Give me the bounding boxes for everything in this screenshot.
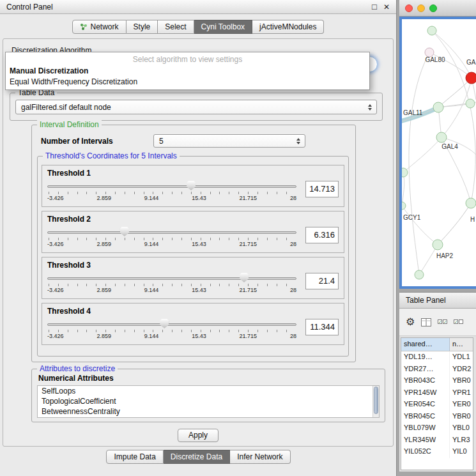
threshold-slider[interactable]: -3.4262.8599.14415.4321.71528 — [47, 226, 296, 250]
cell-name: YER0 — [450, 399, 473, 411]
close-icon[interactable]: ✕ — [383, 3, 390, 12]
scale-label: 15.43 — [192, 195, 206, 201]
gear-icon[interactable]: ⚙ — [406, 317, 415, 327]
stepper-icon[interactable] — [294, 138, 302, 144]
select-columns-icon[interactable]: ✓ — [454, 319, 463, 325]
desktop: Control Panel □ ✕ Network Style Select — [0, 0, 476, 476]
network-node[interactable] — [466, 72, 476, 84]
minimize-traffic-light-icon[interactable] — [417, 4, 425, 12]
columns-icon[interactable] — [421, 318, 431, 326]
slider-thumb[interactable] — [187, 181, 196, 190]
slider-scale: -3.4262.8599.14415.4321.71528 — [47, 241, 296, 247]
dropdown-item-manual-discretization[interactable]: Manual Discretization — [6, 66, 369, 77]
threshold-panel-3: Threshold 3 -3.4262.8599.14415.4321.7152… — [42, 257, 344, 299]
list-scrollbar[interactable] — [372, 386, 379, 417]
table-row[interactable]: YPR145W YPR1 — [401, 387, 473, 399]
scrollbar-thumb[interactable] — [374, 387, 378, 414]
num-intervals-combobox[interactable]: 5 — [153, 134, 305, 148]
cell-shared-name: YDR27… — [401, 364, 450, 376]
node-table: shared… n… YDL19… YDL1 YDR27… YDR2 YBR04… — [401, 337, 473, 470]
thresholds-group-label: Threshold's Coordinates for 5 Intervals — [43, 151, 180, 160]
network-node[interactable] — [433, 102, 443, 112]
cell-shared-name: YLR345W — [401, 434, 450, 447]
cell-name: YBR0 — [450, 375, 473, 387]
network-node[interactable] — [427, 26, 436, 35]
attribute-item[interactable]: BetweennessCentrality — [38, 406, 379, 417]
table-row[interactable]: YBR045C YBR0 — [401, 411, 473, 423]
threshold-slider[interactable]: -3.4262.8599.14415.4321.71528 — [47, 318, 296, 342]
network-canvas[interactable]: GAL80GAGAL11GAL4GCY1HHAP2 — [402, 19, 476, 286]
attribute-item[interactable]: SelfLoops — [38, 386, 379, 396]
network-node[interactable] — [402, 168, 408, 177]
network-node[interactable] — [402, 202, 406, 210]
bottom-tab-infer-network[interactable]: Infer Network — [230, 450, 290, 464]
column-header-name[interactable]: n… — [450, 338, 473, 351]
scale-label: 28 — [290, 333, 296, 339]
number-of-intervals-row: Number of Intervals 5 — [41, 134, 346, 150]
network-node[interactable] — [466, 198, 476, 208]
network-window: GAL80GAGAL11GAL4GCY1HHAP2 — [399, 0, 476, 289]
scale-label: 28 — [290, 287, 296, 293]
slider-thumb[interactable] — [160, 319, 169, 328]
attribute-item[interactable]: TopologicalCoefficient — [38, 396, 379, 406]
tab-style[interactable]: Style — [127, 20, 158, 34]
network-node[interactable] — [466, 99, 475, 108]
tab-label: Select — [165, 22, 186, 31]
tab-cyni-toolbox[interactable]: Cyni Toolbox — [194, 20, 252, 34]
threshold-value-field[interactable]: 21.4 — [305, 273, 339, 289]
threshold-value-field[interactable]: 11.344 — [305, 319, 339, 335]
cell-name: YPR1 — [450, 387, 473, 399]
tab-select[interactable]: Select — [158, 20, 194, 34]
table-data-combobox[interactable]: galFiltered.sif default node — [15, 100, 377, 114]
algorithm-dropdown: Select algorithm to view settings Manual… — [5, 52, 370, 90]
node-label: GAL11 — [403, 109, 423, 116]
table-row[interactable]: YLR345W YLR3 — [401, 434, 473, 447]
slider-track[interactable] — [47, 231, 296, 234]
slider-thumb[interactable] — [120, 227, 129, 236]
tab-network[interactable]: Network — [72, 20, 127, 34]
cell-shared-name: YBL079W — [401, 422, 450, 434]
table-data-selected-value: galFiltered.sif default node — [16, 103, 111, 112]
table-row[interactable]: YIL052C YIL0 — [401, 446, 473, 458]
num-intervals-value: 5 — [154, 137, 164, 146]
threshold-value-field[interactable]: 14.713 — [305, 181, 339, 197]
network-node[interactable] — [433, 240, 443, 250]
stepper-icon[interactable] — [365, 104, 374, 111]
slider-track[interactable] — [47, 323, 296, 326]
thresholds-group: Threshold's Coordinates for 5 Intervals … — [37, 156, 349, 357]
slider-track[interactable] — [47, 185, 296, 188]
network-node[interactable] — [436, 132, 447, 142]
zoom-traffic-light-icon[interactable] — [429, 4, 437, 12]
close-traffic-light-icon[interactable] — [405, 4, 413, 12]
cell-shared-name: YBR043C — [401, 375, 450, 387]
numerical-attributes-list[interactable]: SelfLoopsTopologicalCoefficientBetweenne… — [37, 385, 380, 418]
table-row[interactable]: YDL19… YDL1 — [401, 351, 473, 364]
slider-track[interactable] — [47, 277, 296, 280]
select-all-columns-icon[interactable]: ✓✓ — [438, 319, 447, 325]
threshold-value-field[interactable]: 6.316 — [305, 227, 339, 243]
table-row[interactable]: YDR27… YDR2 — [401, 364, 473, 376]
bottom-tab-discretize-data[interactable]: Discretize Data — [164, 450, 230, 464]
interval-definition-label: Interval Definition — [37, 120, 102, 129]
apply-button[interactable]: Apply — [178, 429, 219, 442]
float-window-icon[interactable]: □ — [372, 2, 377, 12]
slider-thumb[interactable] — [240, 273, 249, 282]
network-node[interactable] — [425, 48, 434, 57]
tab-jactivemnodules[interactable]: jActiveMNodules — [252, 20, 324, 34]
control-panel-title: Control Panel — [6, 3, 365, 12]
table-row[interactable]: YBR043C YBR0 — [401, 375, 473, 387]
tab-label: Cyni Toolbox — [201, 22, 245, 31]
threshold-slider[interactable]: -3.4262.8599.14415.4321.71528 — [47, 272, 296, 296]
network-node[interactable] — [415, 270, 424, 279]
threshold-label: Threshold 1 — [47, 169, 91, 178]
numerical-attributes-label: Numerical Attributes — [38, 374, 114, 383]
network-window-titlebar[interactable] — [399, 0, 476, 17]
threshold-slider[interactable]: -3.4262.8599.14415.4321.71528 — [47, 180, 296, 204]
column-header-shared-name[interactable]: shared… — [401, 338, 450, 351]
bottom-tab-impute-data[interactable]: Impute Data — [106, 450, 163, 464]
table-row[interactable]: YBL079W YBL0 — [401, 422, 473, 434]
scale-label: 9.144 — [144, 195, 159, 201]
table-row[interactable]: YER054C YER0 — [401, 399, 473, 411]
number-of-intervals-label: Number of Intervals — [41, 137, 113, 146]
dropdown-item-equal-width-frequency[interactable]: Equal Width/Frequency Discretization — [6, 77, 369, 88]
